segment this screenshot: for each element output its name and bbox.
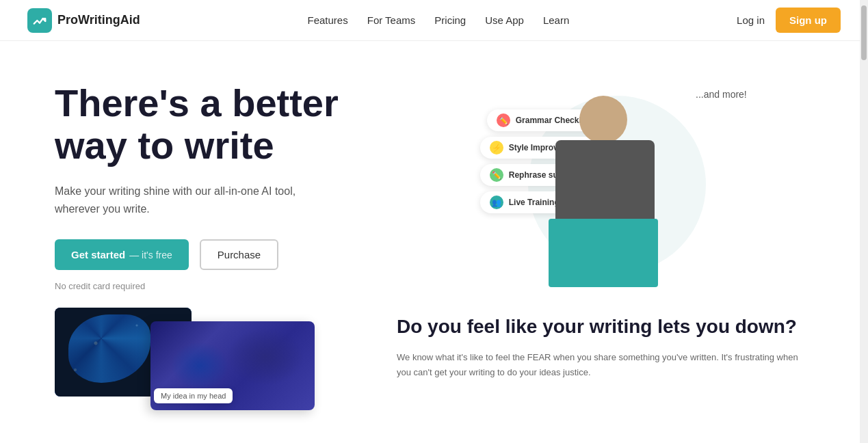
logo-icon: [27, 8, 52, 33]
person-head: [579, 96, 627, 144]
hero-illustration: ...and more! ✏️ Grammar Checking ⚡ Style…: [434, 75, 814, 294]
bottom-images: My idea in my head: [55, 308, 356, 417]
nav-links: Features For Teams Pricing Use App Learn: [308, 14, 570, 26]
rephrase-icon: ✏️: [490, 168, 503, 182]
no-credit-card-text: No credit card required: [55, 281, 434, 291]
nav-link-learn[interactable]: Learn: [543, 14, 569, 26]
hero-buttons: Get started — it's free Purchase: [55, 239, 434, 270]
training-icon: 👥: [490, 196, 503, 209]
scrollbar[interactable]: [860, 0, 868, 443]
login-button[interactable]: Log in: [737, 14, 765, 26]
bottom-section: My idea in my head Do you feel like your…: [0, 308, 868, 417]
hero-headline: There's a better way to write: [55, 82, 434, 166]
hero-section: There's a better way to write Make your …: [0, 41, 868, 308]
bottom-headline: Do you feel like your writing lets you d…: [397, 314, 813, 339]
hero-content: There's a better way to write Make your …: [55, 75, 434, 291]
hero-subtitle: Make your writing shine with our all-in-…: [55, 183, 315, 217]
person-figure: [542, 96, 665, 287]
brand-name: ProWritingAid: [57, 13, 140, 27]
image-stack: My idea in my head: [55, 308, 315, 417]
brand-logo[interactable]: ProWritingAid: [27, 8, 140, 33]
nav-link-features[interactable]: Features: [308, 14, 348, 26]
nav-link-use-app[interactable]: Use App: [485, 14, 524, 26]
and-more-text: ...and more!: [696, 89, 747, 100]
get-started-button[interactable]: Get started — it's free: [55, 239, 189, 270]
nav-link-for-teams[interactable]: For Teams: [367, 14, 416, 26]
person-laptop: [549, 219, 658, 287]
get-started-label: Get started: [71, 249, 125, 260]
bottom-text: We know what it's like to feel the FEAR …: [397, 350, 813, 380]
bottom-content: Do you feel like your writing lets you d…: [397, 308, 813, 381]
grammar-icon: ✏️: [497, 113, 510, 127]
nav-actions: Log in Sign up: [737, 8, 841, 33]
illustration-container: ...and more! ✏️ Grammar Checking ⚡ Style…: [487, 82, 761, 287]
nav-link-pricing[interactable]: Pricing: [434, 14, 466, 26]
style-icon: ⚡: [490, 141, 503, 155]
image-tooltip: My idea in my head: [154, 388, 233, 403]
signup-button[interactable]: Sign up: [776, 8, 841, 33]
get-started-suffix: — it's free: [129, 250, 172, 260]
scrollbar-thumb[interactable]: [861, 5, 867, 60]
purchase-button[interactable]: Purchase: [200, 239, 278, 270]
